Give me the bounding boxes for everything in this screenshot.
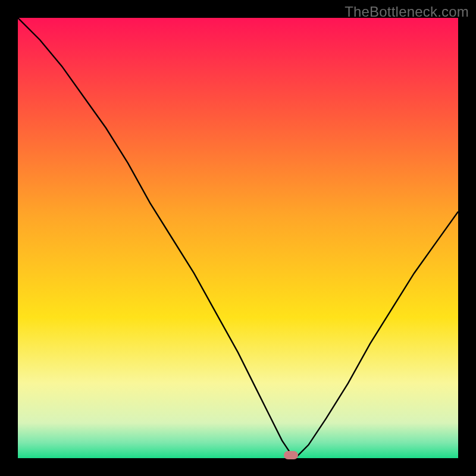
optimal-marker [284, 451, 298, 459]
chart-container: TheBottleneck.com [0, 0, 476, 476]
bottleneck-chart-canvas [18, 18, 458, 458]
